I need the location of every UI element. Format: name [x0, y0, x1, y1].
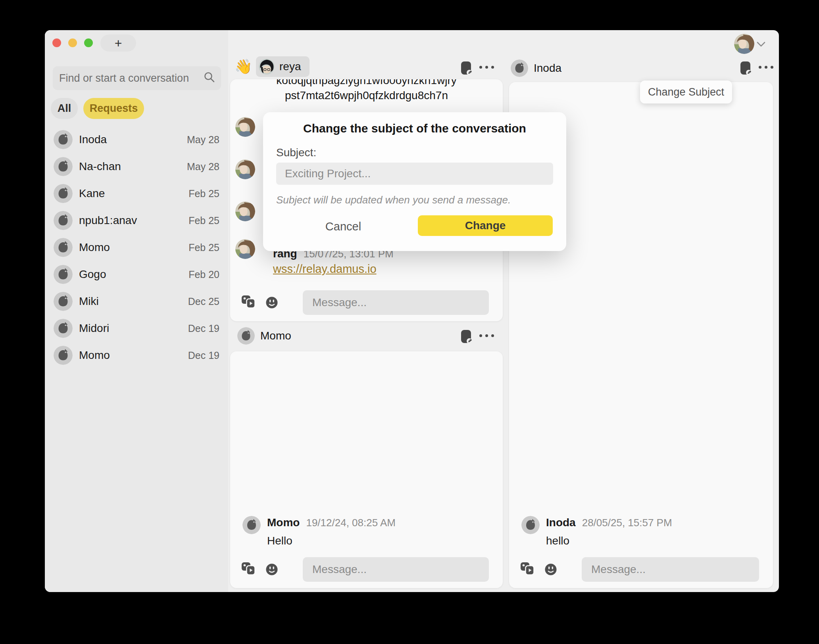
message-avatar — [235, 201, 255, 221]
user-avatar[interactable] — [734, 34, 754, 54]
more-options-icon[interactable] — [479, 334, 494, 337]
chat-reya-header[interactable]: reya — [256, 56, 310, 77]
chat-title: Momo — [260, 330, 291, 342]
message-input-row — [230, 557, 503, 582]
wave-emoji: 👋 — [235, 59, 252, 74]
message: Momo19/12/24, 08:25 AM Hello — [242, 516, 396, 548]
conversation-date: Dec 19 — [188, 323, 219, 334]
conversation-date: Feb 25 — [188, 215, 219, 226]
subject-label: Subject: — [276, 146, 316, 159]
default-avatar — [54, 157, 73, 176]
search-box — [53, 66, 221, 90]
default-avatar — [54, 238, 73, 257]
more-options-icon[interactable] — [759, 66, 773, 69]
message-sender: Momo — [267, 516, 300, 529]
message-input-row — [230, 290, 503, 315]
conversation-date: Dec 19 — [188, 350, 219, 361]
filter-all[interactable]: All — [51, 98, 78, 119]
emoji-icon[interactable] — [265, 296, 279, 311]
conversation-item[interactable]: Momo Feb 25 — [54, 234, 219, 261]
relay-link[interactable]: wss://relay.damus.io — [273, 263, 377, 276]
conversation-list: Inoda May 28 Na-chan May 28 Kane — [54, 126, 219, 369]
message: Inoda28/05/25, 15:57 PM hello — [521, 516, 672, 548]
message-input[interactable] — [582, 557, 759, 582]
chat-momo-card: Momo19/12/24, 08:25 AM Hello — [230, 351, 503, 588]
search-input[interactable] — [59, 72, 204, 84]
close-button[interactable] — [52, 38, 61, 47]
change-subject-icon[interactable] — [739, 61, 752, 77]
conversation-name: Inoda — [79, 133, 187, 146]
message-input[interactable] — [303, 557, 489, 582]
change-subject-tooltip: Change Subject — [640, 80, 732, 104]
reya-avatar — [259, 59, 275, 75]
change-subject-modal: Change the subject of the conversation S… — [263, 112, 566, 251]
default-avatar — [54, 184, 73, 203]
conversation-item[interactable]: Miki Dec 25 — [54, 288, 219, 315]
conversation-item[interactable]: Midori Dec 19 — [54, 315, 219, 342]
npub-line1: kotoqjqtnpagzlygh1wfo0oyhzkn1wjry — [230, 79, 503, 88]
conversation-item[interactable]: Momo Dec 19 — [54, 342, 219, 369]
conversation-date: Feb 20 — [188, 269, 219, 280]
app-window: + All Requests Inoda May — [45, 30, 779, 592]
message-input[interactable] — [303, 290, 489, 315]
change-button[interactable]: Change — [418, 215, 553, 236]
media-icon[interactable] — [241, 562, 256, 577]
conversation-name: Momo — [79, 241, 188, 254]
conversation-name: Midori — [79, 322, 188, 335]
npub-text: kotoqjqtnpagzlygh1wfo0oyhzkn1wjry pst7mt… — [230, 79, 503, 103]
message-avatar — [235, 117, 255, 137]
chat-inoda-header[interactable]: Inoda — [511, 59, 561, 77]
conversation-name: Kane — [79, 187, 188, 200]
default-avatar — [237, 327, 255, 345]
conversation-item[interactable]: Kane Feb 25 — [54, 180, 219, 207]
message-avatar — [235, 159, 255, 179]
conversation-date: Dec 25 — [188, 296, 219, 307]
modal-title: Change the subject of the conversation — [263, 122, 566, 135]
conversation-item[interactable]: Na-chan May 28 — [54, 153, 219, 180]
default-avatar — [54, 211, 73, 230]
media-icon[interactable] — [241, 295, 256, 310]
message-text: hello — [546, 534, 672, 548]
chat-title: Inoda — [534, 62, 561, 75]
message-timestamp: 28/05/25, 15:57 PM — [582, 517, 672, 529]
modal-helper-text: Subject will be updated when you send a … — [276, 194, 511, 206]
change-subject-icon[interactable] — [459, 329, 473, 345]
default-avatar — [54, 319, 73, 338]
emoji-icon[interactable] — [265, 563, 279, 578]
media-icon[interactable] — [520, 562, 535, 577]
default-avatar — [54, 346, 73, 365]
conversation-date: Feb 25 — [188, 242, 219, 253]
chat-momo-header[interactable]: Momo — [237, 327, 291, 345]
screen: + All Requests Inoda May — [0, 0, 819, 644]
conversation-item[interactable]: Gogo Feb 20 — [54, 261, 219, 288]
emoji-icon[interactable] — [544, 563, 558, 578]
conversation-date: Feb 25 — [188, 188, 219, 199]
message-avatar — [242, 516, 261, 534]
message-input-row — [509, 557, 773, 582]
conversation-name: Gogo — [79, 268, 188, 281]
message-timestamp: 19/12/24, 08:25 AM — [306, 517, 396, 529]
default-avatar — [54, 130, 73, 149]
subject-input[interactable] — [276, 163, 553, 185]
more-options-icon[interactable] — [479, 66, 494, 69]
chevron-down-icon[interactable] — [756, 40, 766, 48]
conversation-date: May 28 — [187, 134, 219, 146]
cancel-button[interactable]: Cancel — [311, 216, 375, 237]
message-avatar — [521, 516, 540, 534]
change-subject-icon[interactable] — [459, 61, 473, 77]
conversation-item[interactable]: Inoda May 28 — [54, 126, 219, 153]
message-text: Hello — [267, 534, 396, 548]
new-chat-button[interactable]: + — [100, 34, 136, 52]
conversation-date: May 28 — [187, 161, 219, 172]
minimize-button[interactable] — [68, 38, 77, 47]
default-avatar — [54, 292, 73, 311]
message-avatar — [235, 239, 255, 259]
conversation-name: Miki — [79, 295, 188, 308]
filter-requests[interactable]: Requests — [83, 98, 144, 119]
conversation-name: npub1:anav — [79, 214, 188, 227]
conversation-item[interactable]: npub1:anav Feb 25 — [54, 207, 219, 234]
zoom-button[interactable] — [84, 38, 93, 47]
conversation-name: Momo — [79, 349, 188, 362]
npub-line2: pst7mta2t6wpjh0qfzkdrdgu8ch7n — [230, 88, 503, 103]
chat-title: reya — [279, 60, 301, 73]
